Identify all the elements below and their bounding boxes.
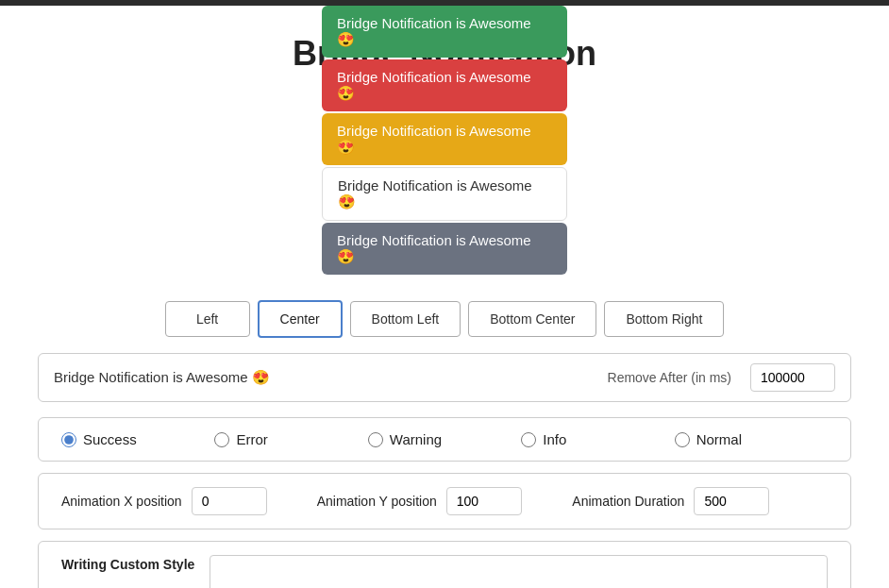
custom-style-label: Writing Custom Style bbox=[61, 555, 194, 572]
anim-x-item: Animation X position bbox=[61, 487, 317, 515]
position-bottom-right[interactable]: Bottom Right bbox=[604, 301, 724, 337]
remove-after-input[interactable] bbox=[750, 363, 835, 392]
radio-info[interactable] bbox=[521, 432, 536, 447]
toast-4[interactable]: Bridge Notification is Awesome 😍 bbox=[322, 167, 567, 221]
toast-1[interactable]: Bridge Notification is Awesome 😍 bbox=[322, 6, 567, 58]
position-left[interactable]: Left bbox=[165, 301, 250, 337]
toast-4-text: Bridge Notification is Awesome 😍 bbox=[338, 177, 551, 210]
type-success[interactable]: Success bbox=[61, 431, 214, 447]
radio-normal[interactable] bbox=[675, 432, 690, 447]
toast-3[interactable]: Bridge Notification is Awesome 😍 bbox=[322, 113, 567, 165]
custom-style-row: Writing Custom Style bbox=[38, 541, 851, 588]
type-warning[interactable]: Warning bbox=[368, 431, 521, 447]
position-center[interactable]: Center bbox=[258, 300, 343, 338]
label-error: Error bbox=[236, 431, 267, 447]
anim-duration-label: Animation Duration bbox=[572, 494, 684, 509]
anim-duration-input[interactable] bbox=[694, 487, 769, 515]
toast-2[interactable]: Bridge Notification is Awesome 😍 bbox=[322, 59, 567, 111]
notifications-stack: Bridge Notification is Awesome 😍 Bridge … bbox=[322, 6, 567, 277]
label-info: Info bbox=[543, 431, 566, 447]
anim-y-label: Animation Y position bbox=[317, 494, 437, 509]
type-error[interactable]: Error bbox=[214, 431, 367, 447]
anim-y-input[interactable] bbox=[446, 487, 522, 515]
anim-x-input[interactable] bbox=[192, 487, 267, 515]
radio-success[interactable] bbox=[61, 432, 76, 447]
label-success: Success bbox=[83, 431, 137, 447]
position-buttons: Left Center Bottom Left Bottom Center Bo… bbox=[0, 300, 889, 338]
anim-y-item: Animation Y position bbox=[317, 487, 573, 515]
toast-3-text: Bridge Notification is Awesome 😍 bbox=[337, 123, 552, 156]
anim-duration-item: Animation Duration bbox=[572, 487, 828, 515]
type-info[interactable]: Info bbox=[521, 431, 674, 447]
radio-warning[interactable] bbox=[368, 432, 383, 447]
toast-5-text: Bridge Notification is Awesome 😍 bbox=[337, 232, 552, 265]
message-row: Remove After (in ms) bbox=[38, 353, 851, 402]
label-warning: Warning bbox=[390, 431, 442, 447]
toast-5[interactable]: Bridge Notification is Awesome 😍 bbox=[322, 223, 567, 275]
remove-after-label: Remove After (in ms) bbox=[608, 370, 731, 385]
radio-error[interactable] bbox=[214, 432, 229, 447]
message-input[interactable] bbox=[54, 370, 589, 386]
type-normal[interactable]: Normal bbox=[675, 431, 828, 447]
custom-style-textarea[interactable] bbox=[210, 555, 828, 588]
animation-row: Animation X position Animation Y positio… bbox=[38, 473, 851, 529]
label-normal: Normal bbox=[696, 431, 742, 447]
position-bottom-center[interactable]: Bottom Center bbox=[468, 301, 596, 337]
type-radio-row: Success Error Warning Info Normal bbox=[38, 417, 851, 462]
anim-x-label: Animation X position bbox=[61, 494, 182, 509]
toast-2-text: Bridge Notification is Awesome 😍 bbox=[337, 69, 552, 102]
position-bottom-left[interactable]: Bottom Left bbox=[350, 301, 461, 337]
toast-1-text: Bridge Notification is Awesome 😍 bbox=[337, 15, 552, 48]
